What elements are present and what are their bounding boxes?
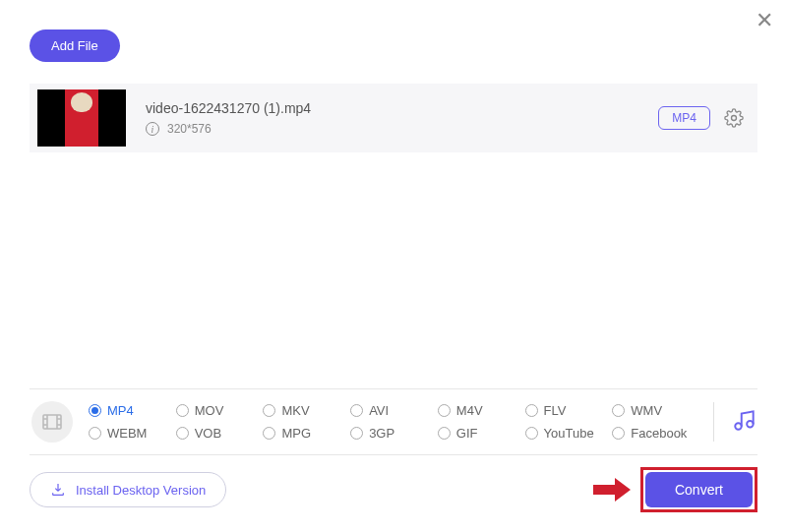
format-option-3gp[interactable]: 3GP — [350, 426, 434, 441]
format-label: WEBM — [107, 426, 147, 441]
format-label: MOV — [195, 403, 224, 418]
format-label: MKV — [281, 403, 309, 418]
divider — [713, 402, 714, 442]
radio-icon — [89, 404, 101, 417]
add-file-button[interactable]: Add File — [30, 30, 120, 62]
format-option-wmv[interactable]: WMV — [612, 403, 696, 418]
format-option-mkv[interactable]: MKV — [263, 403, 346, 418]
format-label: WMV — [631, 403, 662, 418]
download-icon — [50, 482, 66, 498]
radio-icon — [525, 404, 538, 417]
target-format-button[interactable]: MP4 — [658, 106, 710, 130]
format-label: GIF — [456, 426, 478, 441]
highlight-arrow-icon — [591, 476, 633, 503]
format-option-mp4[interactable]: MP4 — [89, 403, 172, 418]
format-label: M4V — [456, 403, 483, 418]
file-info: video-1622431270 (1).mp4 i 320*576 — [146, 100, 658, 136]
radio-icon — [525, 427, 538, 440]
video-thumbnail[interactable] — [37, 89, 126, 147]
format-option-vob[interactable]: VOB — [176, 426, 260, 441]
format-option-webm[interactable]: WEBM — [89, 426, 172, 441]
format-option-gif[interactable]: GIF — [438, 426, 521, 441]
bottom-bar: Install Desktop Version Convert — [30, 467, 757, 512]
radio-icon — [176, 404, 189, 417]
svg-point-0 — [732, 116, 737, 121]
radio-icon — [612, 427, 625, 440]
format-option-mpg[interactable]: MPG — [263, 426, 346, 441]
format-label: AVI — [369, 403, 389, 418]
audio-formats-icon[interactable] — [732, 407, 757, 437]
radio-icon — [350, 427, 363, 440]
format-label: MP4 — [107, 403, 134, 418]
file-row: video-1622431270 (1).mp4 i 320*576 MP4 — [30, 84, 757, 152]
radio-icon — [612, 404, 625, 417]
format-label: 3GP — [369, 426, 394, 441]
file-name: video-1622431270 (1).mp4 — [146, 100, 658, 116]
convert-button[interactable]: Convert — [645, 472, 753, 507]
install-desktop-button[interactable]: Install Desktop Version — [30, 472, 226, 507]
file-resolution: 320*576 — [167, 122, 212, 136]
file-meta: i 320*576 — [146, 122, 658, 136]
format-option-youtube[interactable]: YouTube — [525, 426, 609, 441]
format-label: MPG — [281, 426, 311, 441]
format-label: FLV — [544, 403, 567, 418]
format-label: Facebook — [631, 426, 687, 441]
format-option-avi[interactable]: AVI — [350, 403, 434, 418]
radio-icon — [350, 404, 363, 417]
radio-icon — [263, 404, 275, 417]
format-option-mov[interactable]: MOV — [176, 403, 260, 418]
video-formats-icon[interactable] — [31, 401, 73, 443]
format-label: VOB — [195, 426, 221, 441]
format-option-flv[interactable]: FLV — [525, 403, 609, 418]
radio-icon — [438, 427, 451, 440]
close-icon[interactable]: ✕ — [756, 10, 773, 31]
radio-icon — [89, 427, 101, 440]
format-label: YouTube — [544, 426, 594, 441]
convert-highlight-box: Convert — [640, 467, 757, 512]
settings-gear-icon[interactable] — [724, 108, 744, 128]
install-desktop-label: Install Desktop Version — [76, 483, 206, 498]
radio-icon — [438, 404, 451, 417]
format-option-m4v[interactable]: M4V — [438, 403, 521, 418]
radio-icon — [176, 427, 189, 440]
format-option-facebook[interactable]: Facebook — [612, 426, 696, 441]
radio-icon — [263, 427, 275, 440]
formats-panel: MP4MOVMKVAVIM4VFLVWMVWEBMVOBMPG3GPGIFYou… — [30, 388, 757, 455]
info-icon[interactable]: i — [146, 122, 159, 136]
svg-rect-1 — [43, 415, 61, 429]
